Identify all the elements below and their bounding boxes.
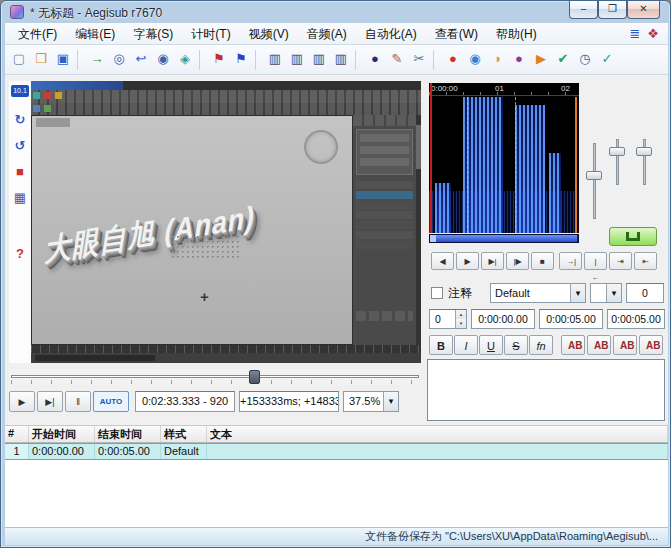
vertical-zoom-handle[interactable] (609, 147, 625, 156)
secondary-color-button[interactable]: AB (587, 335, 611, 355)
play-selection-button[interactable]: ▶ (456, 252, 479, 270)
style-select[interactable]: Default ▾ (490, 283, 586, 303)
horizontal-zoom-handle[interactable] (586, 171, 602, 180)
menu-timing[interactable]: 计时(T) (182, 23, 239, 46)
maximize-button[interactable]: ❐ (598, 1, 627, 19)
styling-assistant-icon[interactable]: ● (365, 48, 385, 70)
commit-icon[interactable]: ✔ (553, 48, 573, 70)
play-last-500ms-button[interactable]: |← (584, 252, 607, 270)
properties-icon[interactable]: ✎ (387, 48, 407, 70)
spin-up-icon[interactable]: ▴ (455, 310, 466, 319)
keyframe-tool-4-icon[interactable]: ▥ (331, 48, 351, 70)
spell-checker-icon[interactable]: ◉ (465, 48, 485, 70)
shift-times-icon[interactable]: ↩ (131, 48, 151, 70)
menu-help[interactable]: 帮助(H) (487, 23, 546, 46)
strikeout-button[interactable]: S (504, 335, 528, 355)
comment-checkbox[interactable] (431, 287, 443, 299)
bold-button[interactable]: B (429, 335, 453, 355)
stop-record-icon[interactable]: ■ (11, 163, 29, 181)
rotate-cw-icon[interactable]: ↻ (11, 111, 29, 129)
end-time-input[interactable]: 0:00:05.00 (539, 309, 603, 329)
title-bar[interactable]: * 无标题 - Aegisub r7670 – ❐ ✕ (1, 1, 670, 23)
open-subtitles-icon[interactable]: ❒ (31, 48, 51, 70)
vertical-zoom-slider[interactable] (616, 139, 619, 185)
record-icon[interactable]: ● (443, 48, 463, 70)
go-to-selection-button[interactable]: ⇤ (634, 252, 657, 270)
translation-assistant-icon[interactable]: ● (509, 48, 529, 70)
audio-scrollbar-thumb[interactable] (436, 235, 577, 242)
kanji-timer-icon[interactable]: ✓ (597, 48, 617, 70)
grid-icon[interactable]: ▦ (11, 189, 29, 207)
chevron-down-icon[interactable]: ▾ (570, 284, 585, 302)
recorder-logo-icon[interactable]: 10.1 (11, 85, 29, 97)
snap-start-to-video-icon[interactable]: ⚑ (209, 48, 229, 70)
audio-spectrogram[interactable]: 0:00:00 01 02 (429, 83, 579, 233)
menu-video[interactable]: 视频(V) (240, 23, 298, 46)
select-lines-icon[interactable]: ◈ (175, 48, 195, 70)
subtitle-text-area[interactable] (427, 359, 665, 421)
menu-audio[interactable]: 音频(A) (298, 23, 356, 46)
shadow-color-button[interactable]: AB (639, 335, 663, 355)
menu-automation[interactable]: 自动化(A) (356, 23, 426, 46)
video-time-display[interactable]: 0:02:33.333 - 920 (135, 391, 235, 412)
attachments-icon[interactable]: ✂ (409, 48, 429, 70)
outline-color-button[interactable]: AB (613, 335, 637, 355)
rotate-ccw-icon[interactable]: ↺ (11, 137, 29, 155)
menu-edit[interactable]: 编辑(E) (66, 23, 124, 46)
video-pause-button[interactable]: ‖ (65, 391, 91, 412)
minimize-button[interactable]: – (569, 1, 598, 19)
menu-view[interactable]: 查看(W) (426, 23, 487, 46)
resample-resolution-icon[interactable]: ▶ (531, 48, 551, 70)
grid-row-selected[interactable]: 1 0:00:00.00 0:00:05.00 Default (5, 443, 668, 460)
video-offset-display[interactable]: +153333ms; +148333 (239, 391, 339, 412)
keyframe-tool-2-icon[interactable]: ▥ (287, 48, 307, 70)
play-before-button[interactable]: ◀ (431, 252, 454, 270)
save-subtitles-icon[interactable]: ▣ (53, 48, 73, 70)
subtitle-grid[interactable]: # 开始时间 结束时间 样式 文本 1 0:00:00.00 0:00:05.0… (5, 425, 668, 527)
underline-button[interactable]: U (479, 335, 503, 355)
close-button[interactable]: ✕ (627, 1, 660, 19)
chevron-down-icon[interactable]: ▾ (383, 392, 398, 411)
find-icon[interactable]: ◉ (153, 48, 173, 70)
chevron-down-icon[interactable]: ▾ (606, 284, 621, 302)
video-seek-bar[interactable] (9, 369, 421, 385)
play-to-end-button[interactable]: ⇥ (609, 252, 632, 270)
seek-handle[interactable] (249, 370, 260, 384)
video-play-button[interactable]: ▶ (9, 391, 35, 412)
play-current-line-button[interactable]: ▶| (481, 252, 504, 270)
primary-color-button[interactable]: AB (561, 335, 585, 355)
video-play-line-button[interactable]: ▶| (37, 391, 63, 412)
keyframe-tool-3-icon[interactable]: ▥ (309, 48, 329, 70)
start-time-input[interactable]: 0:00:00.00 (471, 309, 535, 329)
keyframe-tool-1-icon[interactable]: ▥ (265, 48, 285, 70)
duration-input[interactable]: 0:00:05.00 (607, 309, 665, 329)
video-auto-scroll-button[interactable]: AUTO (93, 391, 129, 412)
spin-down-icon[interactable]: ▾ (455, 319, 466, 328)
help-icon[interactable]: ? (11, 245, 29, 263)
zoom-in-icon[interactable]: ◎ (109, 48, 129, 70)
styles-manager-icon[interactable]: ◑ (487, 48, 507, 70)
effect-input[interactable]: 0 (626, 283, 664, 303)
new-subtitles-icon[interactable]: ▢ (9, 48, 29, 70)
snap-end-to-video-icon[interactable]: ⚑ (231, 48, 251, 70)
menu-subtitle[interactable]: 字幕(S) (124, 23, 182, 46)
stacked-lines-icon[interactable]: ≣ (626, 25, 644, 43)
timing-postprocessor-icon[interactable]: ◷ (575, 48, 595, 70)
menu-file[interactable]: 文件(F) (9, 23, 66, 46)
vertical-link-button[interactable] (609, 227, 657, 246)
actor-select[interactable]: ▾ (590, 283, 622, 303)
volume-slider[interactable] (643, 139, 646, 185)
stop-button[interactable]: ■ (531, 252, 554, 270)
automation-icon[interactable]: ❖ (644, 25, 662, 43)
layer-spinner[interactable]: 0 ▴ ▾ (429, 309, 467, 329)
font-button[interactable]: fn (529, 335, 553, 355)
italic-button[interactable]: I (454, 335, 478, 355)
video-zoom-select[interactable]: 37.5% ▾ (343, 391, 399, 412)
video-display[interactable]: 10.1↻↺■▦? 大眼自旭 (Anan) + (9, 81, 421, 363)
volume-handle[interactable] (636, 147, 652, 156)
jump-to-icon[interactable]: → (87, 48, 107, 70)
spectrogram-body[interactable] (429, 97, 579, 233)
play-first-500ms-button[interactable]: →| (559, 252, 582, 270)
play-after-button[interactable]: |▶ (506, 252, 529, 270)
horizontal-zoom-slider[interactable] (593, 143, 596, 219)
